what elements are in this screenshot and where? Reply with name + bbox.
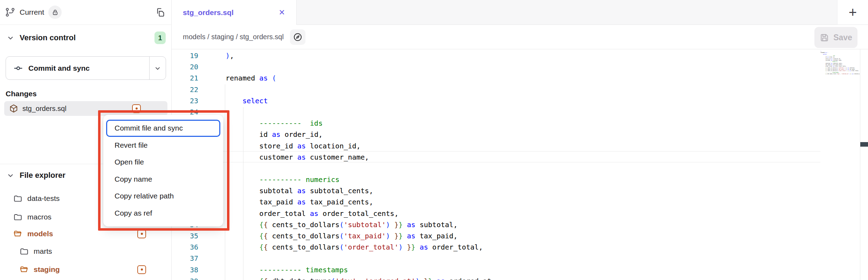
tab-bar-empty-space — [297, 0, 837, 25]
new-tab-button[interactable]: + — [849, 5, 857, 19]
context-menu-item-copy-as-ref[interactable]: Copy as ref — [106, 205, 220, 222]
folder-closed-icon — [13, 194, 22, 203]
code-line-20[interactable]: 20 — [172, 61, 868, 72]
line-content — [198, 84, 226, 95]
commit-options-dropdown[interactable] — [149, 57, 166, 79]
line-content: ---------- timestamps — [198, 264, 348, 275]
line-content: subtotal as subtotal_cents, — [198, 185, 373, 196]
chevron-down-icon — [6, 34, 15, 42]
folder-item-marts[interactable]: marts — [0, 244, 171, 259]
code-line-23[interactable]: 23 select — [172, 95, 868, 106]
breadcrumb: models / staging / stg_orders.sql — [183, 33, 284, 41]
modified-file-icon — [132, 104, 141, 113]
branch-readonly-badge — [48, 6, 62, 19]
folder-label: models — [27, 230, 53, 238]
line-content: {{ dbt.date_trunc('day', 'ordered_at') }… — [198, 275, 496, 280]
folder-open-icon — [13, 229, 22, 238]
context-menu-item-open-file[interactable]: Open file — [106, 154, 220, 171]
line-content — [198, 61, 226, 72]
context-menu-item-commit-file-and-sync[interactable]: Commit file and sync — [106, 120, 220, 137]
line-number: 23 — [172, 95, 198, 106]
code-line-39[interactable]: 39 {{ dbt.date_trunc('day', 'ordered_at'… — [172, 275, 868, 280]
save-label: Save — [833, 33, 852, 42]
compass-icon — [293, 32, 303, 42]
minimap[interactable]: ),renamed as ( select ---------- ids id … — [820, 50, 860, 94]
tab-title: stg_orders.sql — [183, 8, 234, 17]
line-number: 19 — [172, 50, 198, 61]
line-content — [198, 253, 226, 264]
folder-label: data-tests — [27, 194, 60, 203]
code-line-31[interactable]: 31 subtotal as subtotal_cents, — [172, 185, 868, 196]
chevron-down-icon — [6, 171, 15, 180]
line-content: select — [198, 95, 268, 106]
file-context-menu: Commit file and syncRevert fileOpen file… — [103, 115, 223, 226]
commit-and-sync-label: Commit and sync — [28, 64, 90, 72]
git-commit-icon — [14, 64, 23, 73]
folder-label: macros — [27, 213, 51, 221]
floppy-disk-icon — [820, 33, 829, 42]
line-content: {{ cents_to_dollars('tax_paid') }} as ta… — [198, 230, 457, 241]
save-button[interactable]: Save — [814, 27, 857, 48]
line-content: {{ cents_to_dollars('order_total') }} as… — [198, 241, 483, 253]
line-content: ), — [198, 50, 234, 61]
branch-bar: Current — [0, 0, 171, 25]
code-line-30[interactable]: 30 ---------- numerics — [172, 174, 868, 185]
code-line-29[interactable]: 29 — [172, 163, 868, 174]
code-line-38[interactable]: 38 ---------- timestamps — [172, 264, 868, 275]
folder-closed-icon — [20, 247, 29, 256]
context-menu-item-copy-name[interactable]: Copy name — [106, 171, 220, 188]
changes-section-label: Changes — [6, 90, 37, 98]
code-line-25[interactable]: 25 ---------- ids — [172, 118, 868, 129]
code-line-37[interactable]: 37 — [172, 253, 868, 264]
code-line-32[interactable]: 32 tax_paid as tax_paid_cents, — [172, 196, 868, 208]
folder-label: marts — [34, 247, 52, 255]
close-tab-icon[interactable]: ✕ — [277, 7, 287, 18]
version-control-header[interactable]: Version control 1 — [6, 31, 166, 45]
folder-item-models[interactable]: models — [0, 226, 171, 241]
commit-and-sync-button[interactable]: Commit and sync — [6, 57, 149, 79]
line-content: {{ cents_to_dollars('subtotal') }} as su… — [198, 219, 457, 230]
line-number: 37 — [172, 253, 198, 264]
line-content: tax_paid as tax_paid_cents, — [198, 196, 373, 208]
overview-ruler-marker — [860, 142, 868, 147]
line-number: 21 — [172, 72, 198, 84]
line-content: renamed as ( — [198, 72, 276, 84]
code-editor[interactable]: 19),2021renamed as (2223 select2425 ----… — [172, 49, 868, 280]
changed-file-row[interactable]: stg_orders.sql — [4, 101, 167, 116]
line-number: 20 — [172, 61, 198, 72]
line-number: 38 — [172, 264, 198, 275]
file-explorer-title: File explorer — [20, 171, 66, 180]
code-line-34[interactable]: 34 {{ cents_to_dollars('subtotal') }} as… — [172, 219, 868, 230]
lock-icon — [52, 9, 58, 16]
branch-name: Current — [20, 8, 44, 16]
line-number: 35 — [172, 230, 198, 241]
line-number: 39 — [172, 275, 198, 280]
model-cube-icon — [9, 104, 18, 113]
main-area: stg_orders.sql ✕ + models / staging / st… — [172, 0, 868, 280]
code-line-24[interactable]: 24 — [172, 106, 868, 118]
lineage-button[interactable] — [290, 29, 305, 45]
code-line-22[interactable]: 22 — [172, 84, 868, 95]
modified-folder-icon — [137, 265, 146, 274]
modified-folder-icon — [137, 230, 146, 238]
context-menu-item-copy-relative-path[interactable]: Copy relative path — [106, 188, 220, 205]
line-content: order_total as order_total_cents, — [198, 208, 399, 219]
folder-item-staging[interactable]: staging — [0, 262, 171, 277]
code-line-26[interactable]: 26 id as order_id, — [172, 129, 868, 140]
context-menu-item-revert-file[interactable]: Revert file — [106, 137, 220, 154]
code-line-28[interactable]: 28 customer as customer_name, — [172, 152, 868, 163]
code-line-27[interactable]: 27 store_id as location_id, — [172, 140, 868, 152]
tab-stg-orders[interactable]: stg_orders.sql ✕ — [172, 0, 297, 25]
line-number: 22 — [172, 84, 198, 95]
line-content: customer as customer_name, — [198, 152, 369, 163]
minimap-line: {{ dbt.date_trunc('day', 'ordered_at') }… — [820, 73, 860, 75]
code-line-33[interactable]: 33 order_total as order_total_cents, — [172, 208, 868, 219]
code-line-35[interactable]: 35 {{ cents_to_dollars('tax_paid') }} as… — [172, 230, 868, 241]
changes-count-badge: 1 — [154, 31, 166, 44]
duplicate-branch-button[interactable] — [154, 6, 166, 18]
copy-pages-icon — [156, 7, 165, 17]
code-line-21[interactable]: 21renamed as ( — [172, 72, 868, 84]
code-lines: 19),2021renamed as (2223 select2425 ----… — [172, 50, 868, 280]
code-line-19[interactable]: 19), — [172, 50, 868, 61]
code-line-36[interactable]: 36 {{ cents_to_dollars('order_total') }}… — [172, 241, 868, 253]
